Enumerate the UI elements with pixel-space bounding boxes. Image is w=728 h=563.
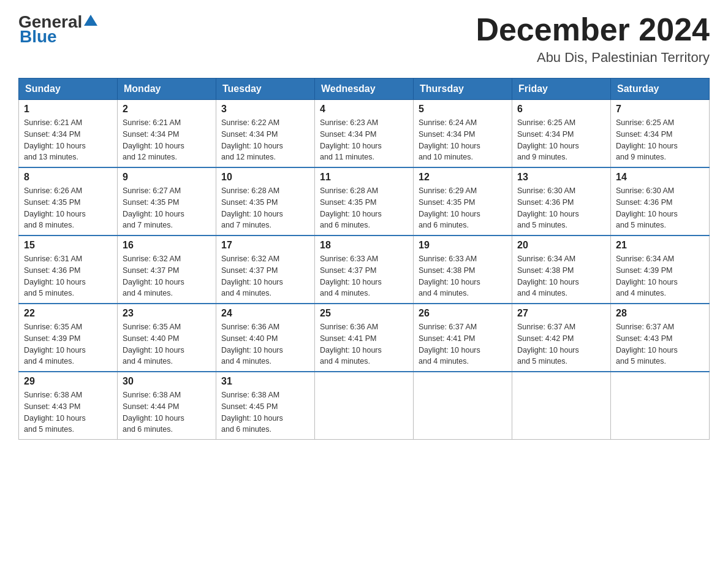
day-number: 10 <box>221 172 309 183</box>
calendar-header-row: SundayMondayTuesdayWednesdayThursdayFrid… <box>19 79 710 100</box>
day-info: Sunrise: 6:22 AMSunset: 4:34 PMDaylight:… <box>221 117 309 163</box>
day-number: 27 <box>517 308 605 319</box>
calendar-cell: 12Sunrise: 6:29 AMSunset: 4:35 PMDayligh… <box>414 167 512 236</box>
calendar-table: SundayMondayTuesdayWednesdayThursdayFrid… <box>18 78 710 440</box>
calendar-cell: 27Sunrise: 6:37 AMSunset: 4:42 PMDayligh… <box>512 304 611 372</box>
calendar-cell: 16Sunrise: 6:32 AMSunset: 4:37 PMDayligh… <box>118 236 216 304</box>
calendar-header-thursday: Thursday <box>414 79 512 100</box>
page-header: General Blue December 2024 Abu Dis, Pale… <box>18 12 710 66</box>
calendar-cell: 14Sunrise: 6:30 AMSunset: 4:36 PMDayligh… <box>611 167 710 236</box>
day-info: Sunrise: 6:31 AMSunset: 4:36 PMDaylight:… <box>24 253 112 299</box>
calendar-header-wednesday: Wednesday <box>315 79 414 100</box>
calendar-cell: 21Sunrise: 6:34 AMSunset: 4:39 PMDayligh… <box>611 236 710 304</box>
calendar-cell: 24Sunrise: 6:36 AMSunset: 4:40 PMDayligh… <box>216 304 315 372</box>
day-number: 24 <box>221 308 309 319</box>
calendar-header-tuesday: Tuesday <box>216 79 315 100</box>
day-info: Sunrise: 6:38 AMSunset: 4:45 PMDaylight:… <box>221 389 309 435</box>
calendar-cell: 19Sunrise: 6:33 AMSunset: 4:38 PMDayligh… <box>414 236 512 304</box>
day-number: 31 <box>221 376 309 387</box>
calendar-week-row: 22Sunrise: 6:35 AMSunset: 4:39 PMDayligh… <box>19 304 710 372</box>
calendar-header-friday: Friday <box>512 79 611 100</box>
day-number: 22 <box>24 308 112 319</box>
calendar-cell: 25Sunrise: 6:36 AMSunset: 4:41 PMDayligh… <box>315 304 414 372</box>
day-number: 17 <box>221 240 309 251</box>
day-number: 19 <box>419 240 507 251</box>
day-number: 28 <box>616 308 704 319</box>
day-number: 26 <box>419 308 507 319</box>
calendar-cell: 23Sunrise: 6:35 AMSunset: 4:40 PMDayligh… <box>118 304 216 372</box>
calendar-cell <box>315 372 414 440</box>
day-info: Sunrise: 6:28 AMSunset: 4:35 PMDaylight:… <box>320 185 408 231</box>
day-number: 8 <box>24 172 112 183</box>
day-info: Sunrise: 6:34 AMSunset: 4:39 PMDaylight:… <box>616 253 704 299</box>
day-info: Sunrise: 6:35 AMSunset: 4:40 PMDaylight:… <box>123 321 211 367</box>
day-info: Sunrise: 6:29 AMSunset: 4:35 PMDaylight:… <box>419 185 507 231</box>
day-number: 14 <box>616 172 704 183</box>
logo-text-blue: Blue <box>20 27 57 47</box>
calendar-cell: 11Sunrise: 6:28 AMSunset: 4:35 PMDayligh… <box>315 167 414 236</box>
day-number: 21 <box>616 240 704 251</box>
day-number: 3 <box>221 104 309 115</box>
calendar-cell: 28Sunrise: 6:37 AMSunset: 4:43 PMDayligh… <box>611 304 710 372</box>
title-area: December 2024 Abu Dis, Palestinian Terri… <box>476 12 710 66</box>
calendar-cell: 10Sunrise: 6:28 AMSunset: 4:35 PMDayligh… <box>216 167 315 236</box>
day-number: 12 <box>419 172 507 183</box>
month-title: December 2024 <box>476 12 710 47</box>
day-info: Sunrise: 6:38 AMSunset: 4:44 PMDaylight:… <box>123 389 211 435</box>
day-info: Sunrise: 6:25 AMSunset: 4:34 PMDaylight:… <box>517 117 605 163</box>
calendar-header-saturday: Saturday <box>611 79 710 100</box>
day-number: 4 <box>320 104 408 115</box>
calendar-header-sunday: Sunday <box>19 79 118 100</box>
calendar-week-row: 15Sunrise: 6:31 AMSunset: 4:36 PMDayligh… <box>19 236 710 304</box>
day-number: 15 <box>24 240 112 251</box>
day-info: Sunrise: 6:27 AMSunset: 4:35 PMDaylight:… <box>123 185 211 231</box>
calendar-cell: 5Sunrise: 6:24 AMSunset: 4:34 PMDaylight… <box>414 100 512 168</box>
day-info: Sunrise: 6:37 AMSunset: 4:43 PMDaylight:… <box>616 321 704 367</box>
calendar-week-row: 29Sunrise: 6:38 AMSunset: 4:43 PMDayligh… <box>19 372 710 440</box>
day-number: 16 <box>123 240 211 251</box>
calendar-cell: 26Sunrise: 6:37 AMSunset: 4:41 PMDayligh… <box>414 304 512 372</box>
day-info: Sunrise: 6:24 AMSunset: 4:34 PMDaylight:… <box>419 117 507 163</box>
day-number: 5 <box>419 104 507 115</box>
svg-marker-0 <box>84 15 97 26</box>
day-number: 20 <box>517 240 605 251</box>
calendar-cell: 31Sunrise: 6:38 AMSunset: 4:45 PMDayligh… <box>216 372 315 440</box>
day-info: Sunrise: 6:32 AMSunset: 4:37 PMDaylight:… <box>221 253 309 299</box>
day-number: 29 <box>24 376 112 387</box>
calendar-cell <box>512 372 611 440</box>
calendar-cell: 8Sunrise: 6:26 AMSunset: 4:35 PMDaylight… <box>19 167 118 236</box>
day-info: Sunrise: 6:37 AMSunset: 4:41 PMDaylight:… <box>419 321 507 367</box>
day-info: Sunrise: 6:21 AMSunset: 4:34 PMDaylight:… <box>24 117 112 163</box>
day-number: 23 <box>123 308 211 319</box>
calendar-cell: 2Sunrise: 6:21 AMSunset: 4:34 PMDaylight… <box>118 100 216 168</box>
calendar-week-row: 1Sunrise: 6:21 AMSunset: 4:34 PMDaylight… <box>19 100 710 168</box>
calendar-cell: 18Sunrise: 6:33 AMSunset: 4:37 PMDayligh… <box>315 236 414 304</box>
day-number: 9 <box>123 172 211 183</box>
day-info: Sunrise: 6:36 AMSunset: 4:41 PMDaylight:… <box>320 321 408 367</box>
calendar-week-row: 8Sunrise: 6:26 AMSunset: 4:35 PMDaylight… <box>19 167 710 236</box>
day-number: 30 <box>123 376 211 387</box>
calendar-cell: 7Sunrise: 6:25 AMSunset: 4:34 PMDaylight… <box>611 100 710 168</box>
day-info: Sunrise: 6:30 AMSunset: 4:36 PMDaylight:… <box>517 185 605 231</box>
calendar-cell: 9Sunrise: 6:27 AMSunset: 4:35 PMDaylight… <box>118 167 216 236</box>
calendar-cell <box>414 372 512 440</box>
day-info: Sunrise: 6:30 AMSunset: 4:36 PMDaylight:… <box>616 185 704 231</box>
day-info: Sunrise: 6:33 AMSunset: 4:38 PMDaylight:… <box>419 253 507 299</box>
day-number: 1 <box>24 104 112 115</box>
day-info: Sunrise: 6:23 AMSunset: 4:34 PMDaylight:… <box>320 117 408 163</box>
calendar-cell: 22Sunrise: 6:35 AMSunset: 4:39 PMDayligh… <box>19 304 118 372</box>
calendar-cell: 6Sunrise: 6:25 AMSunset: 4:34 PMDaylight… <box>512 100 611 168</box>
day-number: 13 <box>517 172 605 183</box>
day-info: Sunrise: 6:34 AMSunset: 4:38 PMDaylight:… <box>517 253 605 299</box>
day-info: Sunrise: 6:26 AMSunset: 4:35 PMDaylight:… <box>24 185 112 231</box>
calendar-cell: 30Sunrise: 6:38 AMSunset: 4:44 PMDayligh… <box>118 372 216 440</box>
calendar-cell: 29Sunrise: 6:38 AMSunset: 4:43 PMDayligh… <box>19 372 118 440</box>
calendar-cell: 13Sunrise: 6:30 AMSunset: 4:36 PMDayligh… <box>512 167 611 236</box>
calendar-header-monday: Monday <box>118 79 216 100</box>
day-number: 18 <box>320 240 408 251</box>
day-info: Sunrise: 6:33 AMSunset: 4:37 PMDaylight:… <box>320 253 408 299</box>
logo-triangle-icon <box>84 13 97 27</box>
day-info: Sunrise: 6:36 AMSunset: 4:40 PMDaylight:… <box>221 321 309 367</box>
day-number: 25 <box>320 308 408 319</box>
day-info: Sunrise: 6:37 AMSunset: 4:42 PMDaylight:… <box>517 321 605 367</box>
